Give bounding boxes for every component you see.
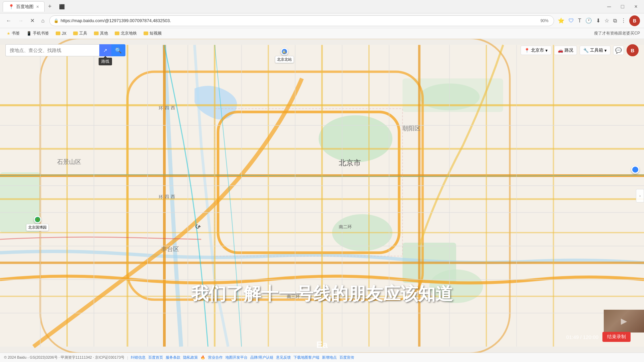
pin-circle: 🚉 [281, 48, 288, 55]
chat-icon: 💬 [615, 47, 622, 54]
shield-button[interactable]: 🛡 [568, 17, 575, 25]
road-icon: 🚗 [558, 48, 563, 53]
footer-link-9[interactable]: 新增地点 [322, 355, 337, 360]
road-condition-btn[interactable]: 🚗 路况 [554, 46, 577, 55]
bookmark-item-6[interactable]: 短视频 [141, 30, 164, 37]
close-button[interactable]: × [631, 2, 641, 11]
footer-link-10[interactable]: 百度宣传 [339, 355, 354, 360]
label-beijing: 北京市 [339, 158, 361, 168]
map-top-right: 📍 北京市 ▾ 🚗 路况 🔧 工具箱 ▾ 💬 B [521, 44, 639, 56]
label-fengtai: 丰台区 [161, 245, 179, 253]
folder-icon-6 [144, 32, 148, 35]
bookmark-label-5: 北京地铁 [121, 31, 137, 36]
footer-link-2[interactable]: 服务条款 [166, 355, 180, 360]
title-bar: 📍 百度地图 × + ⬛ ─ □ × [0, 0, 644, 13]
bookmark-item-1[interactable]: 📱 手机书签 [24, 30, 52, 37]
route-button[interactable]: ↗ 路线 [99, 44, 111, 56]
route-icon: ↗ [103, 48, 107, 53]
bookmark-item-3[interactable]: 工具 [70, 30, 90, 37]
bookmark-label-0: 书签 [12, 31, 20, 36]
home-button[interactable]: ⌂ [39, 16, 47, 25]
play-icon: ▶ [621, 316, 627, 326]
map-search-input[interactable] [5, 44, 99, 56]
bookmark-label-4: 其他 [100, 31, 108, 36]
pin-icon: 🚉 [282, 50, 286, 54]
bookmark-item-5[interactable]: 北京地铁 [112, 30, 140, 37]
bookmark-item-2[interactable]: JX [53, 31, 69, 37]
route-tooltip: 路线 [99, 58, 112, 65]
beijing-north-station-pin[interactable]: 🚉 北京北站 [275, 48, 294, 63]
refresh-button[interactable]: ✕ [28, 16, 37, 25]
footer-link-1[interactable]: 百度首页 [148, 355, 163, 360]
chevron-down-icon: ▾ [545, 48, 548, 53]
road-label: 路况 [565, 47, 573, 53]
folder-icon-5 [115, 32, 119, 35]
footer-link-5[interactable]: 地图开发平台 [225, 355, 248, 360]
bookmark-item-0[interactable]: ★ 书签 [4, 30, 22, 37]
toolbox-icon: 🔧 [583, 48, 589, 53]
pin-label: 北京北站 [275, 56, 294, 63]
status-bar: © 2024 Baidu - GS(2023)3206号 · 甲测资字11111… [0, 353, 644, 362]
map-container[interactable]: 石景山区 朝阳区 北京市 丰台区 西四环 西四环 南二环 南三环 🚉 北京北站 … [0, 39, 644, 353]
right-side-toggle[interactable]: › [636, 189, 644, 202]
bookmark-label-6: 短视频 [150, 31, 162, 36]
minimize-button[interactable]: ─ [604, 2, 614, 11]
label-chaoyang: 朝阳区 [402, 124, 421, 132]
footer-link-6[interactable]: 品牌/用户认链 [250, 355, 273, 360]
back-button[interactable]: ← [4, 16, 13, 25]
map-search-panel: ↗ 路线 🔍 [5, 44, 125, 56]
ea-label: Ea [316, 340, 328, 350]
video-thumbnail[interactable]: ▶ [604, 310, 644, 333]
city-selector[interactable]: 📍 北京市 ▾ [521, 46, 551, 55]
bookmark-star-button[interactable]: ⭐ [557, 16, 566, 25]
footer-link-3[interactable]: 隐私政策 [183, 355, 198, 360]
expo-pin-icon: 🌿 [36, 218, 40, 222]
lock-icon: 🔒 [54, 18, 59, 23]
forward-button[interactable]: → [16, 16, 25, 25]
folder-icon-3 [73, 32, 78, 35]
toolbar-icons: ⭐ 🛡 T 🕐 ⬇ ☆ ⧉ ⋮ B [557, 15, 640, 26]
folder-icon-2 [56, 32, 60, 35]
extensions-button[interactable]: ⧉ [612, 17, 618, 25]
toolbar: ← → ✕ ⌂ 🔒 https://map.baidu.com/@1297139… [0, 13, 644, 28]
video-time: 01:49 / 120:00 [566, 334, 598, 340]
toolbox-btn[interactable]: 🔧 工具箱 ▾ [580, 46, 610, 55]
label-shijingshan: 石景山区 [57, 158, 81, 166]
history-button[interactable]: 🕐 [584, 16, 593, 25]
chevron-left-icon: › [639, 194, 641, 198]
address-bar[interactable]: 🔒 https://map.baidu.com/@12971399.007097… [49, 15, 554, 26]
footer-link-8[interactable]: 下载地图客户端 [293, 355, 319, 360]
translate-button[interactable]: T [577, 17, 582, 25]
bookmark-bar: ★ 书签 📱 手机书签 JX 工具 其他 北京地铁 短视频 瘦了才有资格跟老婆买… [0, 28, 644, 39]
new-tab-button[interactable]: + [45, 2, 54, 11]
cast-btn[interactable]: ⬛ [57, 3, 67, 10]
tab-close-button[interactable]: × [36, 4, 39, 9]
footer-link-4[interactable]: 营业合作 [208, 355, 223, 360]
bookmark-bar-extra: 瘦了才有资格跟老婆买CP [594, 31, 640, 36]
zoom-level: 90% [540, 18, 548, 23]
window-controls: ─ □ × [604, 2, 641, 11]
bookmark-item-4[interactable]: 其他 [91, 30, 111, 37]
menu-button[interactable]: ⋮ [620, 16, 627, 25]
fire-icon: 🔥 [201, 355, 205, 360]
beijing-expo-pin[interactable]: 🌿 北京国博园 [26, 216, 49, 231]
browser-frame: 📍 百度地图 × + ⬛ ─ □ × ← → ✕ ⌂ 🔒 https://map… [0, 0, 644, 362]
chat-button[interactable]: 💬 [613, 46, 624, 55]
maximize-button[interactable]: □ [617, 2, 628, 11]
label-nan2huan: 南二环 [339, 224, 352, 230]
download-button[interactable]: ⬇ [595, 16, 601, 25]
video-time-bar: 01:49 / 120:00 结束录制 [566, 332, 631, 342]
search-button[interactable]: 🔍 [111, 44, 125, 56]
expo-pin-label: 北京国博园 [26, 224, 49, 231]
favorites-button[interactable]: ☆ [603, 16, 610, 25]
profile-avatar[interactable]: B [629, 15, 640, 26]
bookmark-label-3: 工具 [79, 31, 87, 36]
map-profile-avatar[interactable]: B [627, 44, 639, 56]
active-tab[interactable]: 📍 百度地图 × [3, 1, 45, 12]
footer-link-0[interactable]: 纠错信息 [131, 355, 146, 360]
svg-point-1 [319, 115, 392, 162]
stop-recording-button[interactable]: 结束录制 [602, 332, 631, 342]
footer-link-7[interactable]: 意见反馈 [276, 355, 291, 360]
search-icon: 🔍 [115, 47, 122, 54]
my-location-pin[interactable] [631, 166, 639, 174]
